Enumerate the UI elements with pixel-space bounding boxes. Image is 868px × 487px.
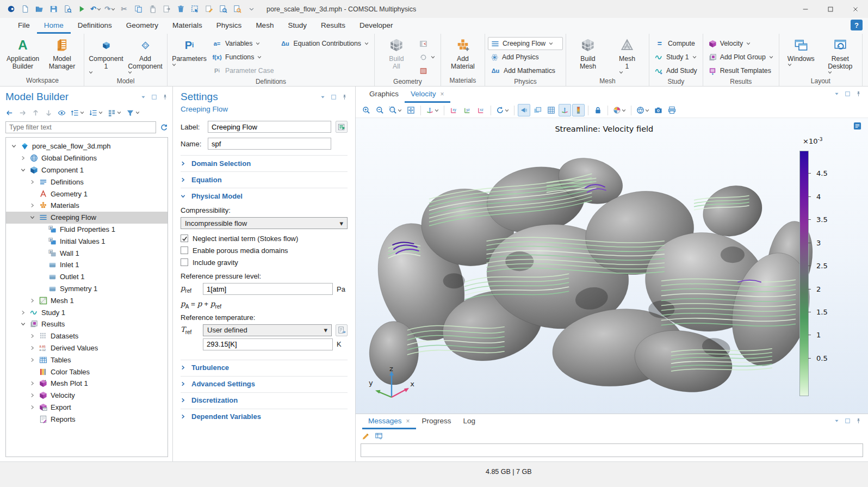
select-box-button[interactable] — [188, 2, 201, 16]
tree-item-mesh-plot-1[interactable]: *Mesh Plot 1 — [6, 378, 168, 390]
zoom-extents-button[interactable] — [405, 104, 417, 116]
menu-tab-file[interactable]: File — [11, 18, 37, 34]
view-xz-button[interactable]: xz — [475, 104, 487, 116]
tree-item-global-definitions[interactable]: Global Definitions — [6, 152, 168, 164]
section-advanced-settings[interactable]: Advanced Settings — [181, 376, 348, 392]
copy-button[interactable] — [132, 2, 145, 16]
tree-item-color-tables[interactable]: Color Tables — [6, 366, 168, 378]
tree-expander-icon[interactable] — [29, 334, 36, 338]
menu-tab-geometry[interactable]: Geometry — [119, 18, 165, 34]
pref-input[interactable] — [203, 283, 333, 295]
axis-orientation-button[interactable] — [559, 104, 571, 116]
add-physics-button[interactable]: Add Physics — [488, 51, 563, 64]
move-down-icon[interactable] — [45, 109, 53, 117]
compressibility-select[interactable]: Incompressible flow ▾ — [181, 217, 348, 229]
open-file-button[interactable] — [33, 2, 46, 16]
forward-icon[interactable] — [18, 109, 27, 117]
zoom-in-button[interactable] — [360, 104, 373, 116]
compute-button[interactable]: =Compute — [652, 37, 700, 50]
result-templates-button[interactable]: Result Templates — [706, 64, 776, 77]
clear-messages-button[interactable] — [362, 432, 370, 440]
tree-item-study-1[interactable]: Study 1 — [6, 306, 168, 318]
messages-tab-log[interactable]: Log — [457, 414, 482, 429]
duplicate-button[interactable] — [160, 2, 173, 16]
toggle-name-button[interactable] — [336, 121, 348, 133]
component-1-button[interactable]: Component1 — [87, 36, 125, 76]
menu-tab-definitions[interactable]: Definitions — [71, 18, 119, 34]
parameters-button[interactable]: PiParameters — [170, 36, 208, 68]
view-yz-button[interactable]: yz — [461, 104, 474, 116]
insert-sequence-button[interactable] — [417, 37, 438, 50]
view-xy-button[interactable]: xy — [448, 104, 460, 116]
default-view-button[interactable] — [424, 104, 441, 116]
redo-button[interactable]: ↷ — [103, 2, 116, 16]
tree-item-reports[interactable]: Reports — [6, 413, 168, 425]
checkbox-checked-icon[interactable] — [181, 235, 188, 242]
tree-item-results[interactable]: Results — [6, 318, 168, 330]
section-physical-model[interactable]: Physical Model — [181, 188, 348, 204]
section-turbulence[interactable]: Turbulence — [181, 360, 348, 375]
tree-expander-icon[interactable] — [29, 381, 36, 386]
color-theme-button[interactable] — [611, 104, 628, 116]
run-button[interactable] — [75, 2, 88, 16]
tree-item-derived-values[interactable]: 8.85e-12Derived Values — [6, 342, 168, 354]
tree-item-velocity[interactable]: Velocity — [6, 390, 168, 402]
tree-item-component-1[interactable]: Component 1 — [6, 164, 168, 176]
go-to-source-button[interactable] — [336, 324, 348, 336]
snapshot-button[interactable] — [652, 104, 665, 116]
reset-desktop-button[interactable]: ResetDesktop — [821, 36, 859, 76]
graphics-canvas[interactable]: Streamline: Velocity field ×10-3 4.543.5… — [356, 118, 868, 414]
menu-tab-study[interactable]: Study — [281, 18, 314, 34]
undo-button[interactable]: ↶ — [89, 2, 102, 16]
checkbox-neglect-inertial-term-stokes-flow[interactable]: Neglect inertial term (Stokes flow) — [181, 232, 348, 244]
creeping-flow-button[interactable]: Creeping Flow — [488, 37, 563, 50]
float-icon[interactable] — [331, 94, 337, 100]
open-from-button[interactable] — [61, 2, 74, 16]
tree-expander-icon[interactable] — [29, 298, 36, 303]
float-icon[interactable] — [845, 91, 851, 97]
tree-expander-icon[interactable] — [29, 203, 36, 208]
menu-tab-results[interactable]: Results — [314, 18, 352, 34]
tree-item-inlet-1[interactable]: Inlet 1 — [6, 259, 168, 271]
tree-item-symmetry-1[interactable]: Symmetry 1 — [6, 283, 168, 295]
ref-temperature-select[interactable]: User defined ▾ — [203, 324, 332, 336]
pin-icon[interactable] — [855, 418, 861, 424]
messages-tab-progress[interactable]: Progress — [416, 414, 457, 429]
add-mathematics-button[interactable]: ΔuAdd Mathematics — [488, 64, 563, 77]
rotate-button[interactable] — [494, 104, 511, 116]
messages-tab-messages[interactable]: Messages× — [362, 414, 416, 429]
add-study-button[interactable]: Add Study — [652, 64, 700, 77]
tree-expander-icon[interactable] — [20, 168, 27, 172]
minimize-button[interactable] — [793, 0, 818, 18]
menu-tab-materials[interactable]: Materials — [165, 18, 209, 34]
checkbox-unchecked-icon[interactable] — [181, 246, 188, 254]
print-button[interactable] — [666, 104, 678, 116]
name-input[interactable] — [208, 138, 331, 150]
close-tab-icon[interactable]: × — [441, 90, 444, 98]
help-button[interactable]: ? — [851, 20, 863, 30]
velocity-button[interactable]: Velocity — [706, 37, 776, 50]
refresh-icon[interactable] — [160, 124, 168, 132]
plot-settings-icon[interactable] — [853, 122, 861, 130]
functions-button[interactable]: f(x)Functions — [209, 51, 277, 64]
tree-expander-icon[interactable] — [20, 156, 27, 161]
tree-item-definitions[interactable]: Definitions — [6, 176, 168, 188]
transparency-button[interactable] — [531, 104, 544, 116]
tree-expander-icon[interactable] — [20, 322, 27, 326]
temperature-input[interactable] — [203, 338, 333, 350]
filter-icon[interactable] — [126, 109, 140, 117]
mesh-1-button[interactable]: Mesh1 — [608, 36, 646, 76]
update-geometry-button[interactable] — [417, 51, 438, 64]
tree-expander-icon[interactable] — [29, 180, 36, 184]
chevron-down-icon[interactable] — [320, 94, 326, 100]
application-builder-button[interactable]: AApplicationBuilder — [4, 36, 42, 71]
cut-button[interactable]: ✂ — [117, 2, 131, 16]
graphics-tab-velocity[interactable]: Velocity× — [405, 87, 450, 103]
find-button[interactable] — [216, 2, 230, 16]
menu-tab-home[interactable]: Home — [37, 18, 71, 34]
tree-item-geometry-1[interactable]: Geometry 1 — [6, 188, 168, 200]
add-plot-group-button[interactable]: Add Plot Group — [706, 51, 776, 64]
parameter-case-button[interactable]: PiParameter Case — [209, 64, 277, 77]
zoom-out-button[interactable] — [374, 104, 386, 116]
collapse-all-icon[interactable] — [89, 109, 103, 117]
